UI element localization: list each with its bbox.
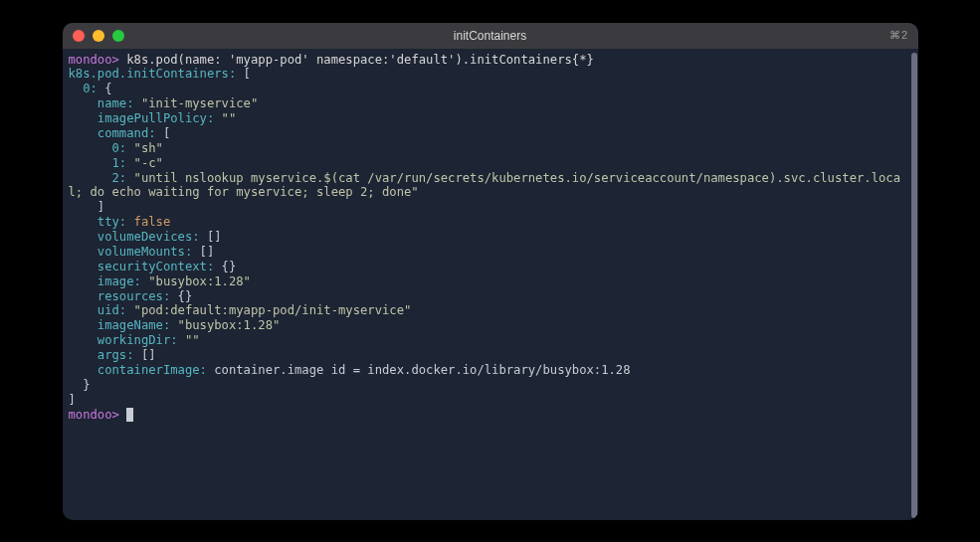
field-resources-value: {} — [178, 289, 193, 303]
command-val-2: "until nslookup myservice.$(cat /var/run… — [69, 171, 901, 200]
terminal-window: initContainers ⌘2 mondoo> k8s.pod(name: … — [63, 23, 918, 520]
field-args-key: args: — [98, 348, 134, 362]
field-volumemounts-key: volumeMounts: — [98, 245, 192, 259]
output-header: k8s.pod.initContainers: — [69, 67, 237, 81]
field-containerimage-value: container.image id = index.docker.io/lib… — [214, 363, 630, 377]
titlebar: initContainers ⌘2 — [63, 23, 918, 49]
window-controls — [73, 30, 124, 42]
field-image-key: image: — [98, 274, 141, 288]
cursor — [126, 408, 133, 422]
field-securitycontext-value: {} — [222, 260, 237, 273]
field-resources-key: resources: — [98, 289, 170, 303]
zoom-icon[interactable] — [112, 30, 124, 42]
index-label: 0: — [83, 82, 98, 95]
field-uid-key: uid: — [98, 303, 126, 317]
field-volumedevices-key: volumeDevices: — [98, 230, 200, 244]
command-idx-1: 1: — [112, 156, 127, 170]
field-uid-value: "pod:default:myapp-pod/init-myservice" — [134, 303, 412, 317]
field-name-key: name: — [98, 96, 134, 110]
scrollbar[interactable] — [911, 53, 917, 518]
field-name-value: "init-myservice" — [141, 96, 258, 110]
field-tty-key: tty: — [98, 215, 126, 229]
field-args-value: [] — [141, 348, 156, 362]
command-val-0: "sh" — [134, 141, 163, 155]
field-image-value: "busybox:1.28" — [148, 274, 251, 288]
field-command-key: command: — [98, 126, 156, 140]
prompt-2: mondoo> — [69, 408, 119, 422]
field-tty-value: false — [134, 215, 171, 229]
command-idx-0: 0: — [112, 141, 127, 155]
window-title: initContainers — [63, 29, 918, 43]
command-val-1: "-c" — [134, 156, 163, 170]
close-icon[interactable] — [73, 30, 85, 42]
field-containerimage-key: containerImage: — [98, 363, 207, 377]
field-workingdir-key: workingDir: — [98, 333, 178, 347]
field-securitycontext-key: securityContext: — [98, 260, 214, 273]
terminal-body[interactable]: mondoo> k8s.pod(name: 'myapp-pod' namesp… — [63, 49, 918, 520]
field-volumemounts-value: [] — [200, 245, 215, 259]
field-imagepullpolicy-value: "" — [222, 111, 237, 125]
command-line: k8s.pod(name: 'myapp-pod' namespace:'def… — [126, 53, 594, 67]
field-imagepullpolicy-key: imagePullPolicy: — [98, 111, 214, 125]
minimize-icon[interactable] — [93, 30, 104, 42]
field-imagename-key: imageName: — [98, 318, 170, 332]
field-volumedevices-value: [] — [207, 230, 222, 244]
tab-indicator: ⌘2 — [889, 29, 907, 42]
field-imagename-value: "busybox:1.28" — [178, 318, 281, 332]
field-workingdir-value: "" — [185, 333, 200, 347]
command-idx-2: 2: — [112, 171, 127, 185]
prompt: mondoo> — [69, 53, 119, 67]
terminal-output: mondoo> k8s.pod(name: 'myapp-pod' namesp… — [69, 53, 912, 423]
